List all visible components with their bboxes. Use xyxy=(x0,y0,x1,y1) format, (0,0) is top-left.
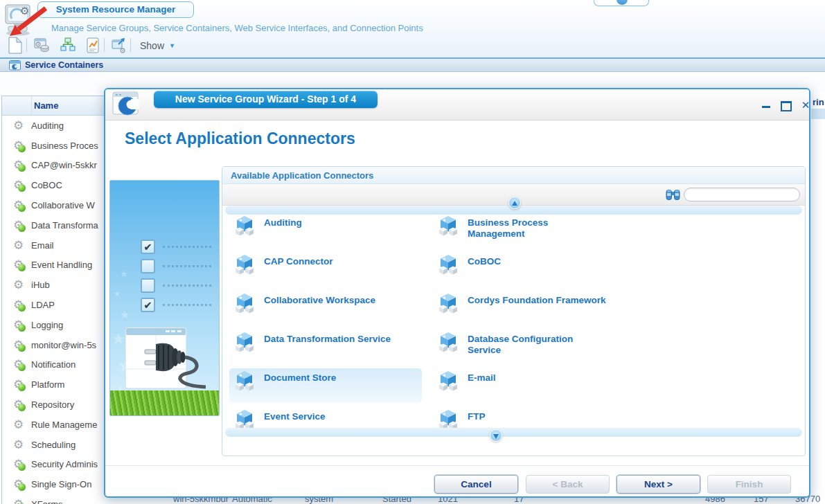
connector-label: Database Configuration Service xyxy=(468,334,573,356)
connector-label: CoBOC xyxy=(468,256,501,267)
sidebar-row[interactable]: ⚙Scheduling xyxy=(2,435,104,455)
service-name-label: Data Transforma xyxy=(31,220,98,231)
sidebar-row[interactable]: ⚙Business Proces xyxy=(2,136,104,156)
connector-item[interactable]: Business Process Management xyxy=(430,211,749,250)
hierarchy-view-button[interactable] xyxy=(58,35,78,55)
service-name-label: CoBOC xyxy=(31,180,62,190)
running-indicator xyxy=(18,344,26,352)
connector-item[interactable]: Document Store xyxy=(229,366,422,405)
connector-label: Event Service xyxy=(264,411,326,422)
service-name-label: CAP@win-5skkr xyxy=(31,160,97,170)
connector-item[interactable]: Auditing xyxy=(229,211,422,250)
service-containers-table: Name ⚙Auditing⚙Business Proces⚙CAP@win-5… xyxy=(1,96,104,504)
minimize-button[interactable] xyxy=(758,98,774,112)
service-containers-bar: Service Containers xyxy=(0,58,825,72)
close-icon: ✕ xyxy=(801,99,810,111)
sidebar-row[interactable]: ⚙CAP@win-5skkr xyxy=(2,156,104,176)
sidebar-row[interactable]: ⚙Rule Manageme xyxy=(2,415,104,435)
wizard-window-icon xyxy=(112,91,141,118)
wizard-illustration: ★ ★ ★ ★ ★ ★ ✔ ✔ xyxy=(109,180,220,416)
sidebar-row[interactable]: ⚙Email xyxy=(2,235,104,255)
sidebar-row[interactable]: ⚙iHub xyxy=(2,275,104,295)
scroll-strip-bottom xyxy=(225,428,802,437)
sidebar-row[interactable]: ⚙Repository xyxy=(2,395,104,415)
connector-item[interactable]: CAP Connector xyxy=(229,250,422,289)
connector-cube-icon xyxy=(437,215,459,237)
running-indicator xyxy=(18,483,26,491)
panel-title: Available Application Connectors xyxy=(222,167,805,184)
service-name-label: Security Adminis xyxy=(31,459,98,469)
export-window-icon: ⚙ xyxy=(111,37,127,54)
header-collapse-tab[interactable] xyxy=(594,0,649,6)
running-indicator xyxy=(18,145,26,152)
sidebar-row[interactable]: ⚙Single Sign-On xyxy=(2,474,104,494)
checkbox-checked: ✔ xyxy=(141,240,155,254)
connector-item[interactable]: Collaborative Workspace xyxy=(229,289,422,327)
export-configuration-button[interactable]: ⚙ xyxy=(109,35,129,55)
back-button: < Back xyxy=(526,475,610,494)
checkbox-checked: ✔ xyxy=(141,298,155,312)
connector-cube-icon xyxy=(233,370,256,393)
collapse-knob-icon xyxy=(616,0,628,5)
connector-item[interactable]: Database Configuration Service xyxy=(430,327,749,366)
next-button[interactable]: Next > xyxy=(616,475,700,494)
scroll-down-arrow[interactable] xyxy=(490,429,502,442)
name-column-header[interactable]: Name xyxy=(2,96,104,116)
connector-label: Data Transformation Service xyxy=(264,334,391,345)
connector-search-input[interactable] xyxy=(684,188,800,201)
service-name-label: Single Sign-On xyxy=(31,479,91,489)
service-running-icon: ⚙ xyxy=(13,339,31,351)
running-indicator xyxy=(18,224,26,232)
connector-cube-icon xyxy=(437,293,459,315)
running-indicator xyxy=(18,304,26,312)
close-button[interactable]: ✕ xyxy=(797,98,814,112)
app-subtitle: Manage Service Groups, Service Container… xyxy=(51,23,423,33)
svg-text:⚙: ⚙ xyxy=(35,40,42,48)
connector-item[interactable]: CoBOC xyxy=(430,250,749,289)
service-running-icon: ⚙ xyxy=(13,199,31,211)
available-connectors-panel: Available Application Connectors xyxy=(222,166,806,456)
sidebar-row[interactable]: ⚙Collaborative W xyxy=(2,195,104,215)
sidebar-row[interactable]: ⚙LDAP xyxy=(2,295,104,315)
sidebar-row[interactable]: ⚙monitor@win-5s xyxy=(2,335,104,355)
dotted-line xyxy=(163,265,211,267)
connector-item[interactable]: E-mail xyxy=(430,366,749,405)
binoculars-search-icon[interactable] xyxy=(666,188,680,201)
connector-cube-icon xyxy=(233,254,256,276)
dialog-header: New Service Group Wizard - Step 1 of 4 ✕ xyxy=(105,89,809,120)
service-running-icon: ⚙ xyxy=(13,179,31,191)
sidebar-row[interactable]: ⚙Event Handling xyxy=(2,255,104,276)
sidebar-row[interactable]: ⚙Logging xyxy=(2,315,104,335)
maximize-button[interactable] xyxy=(778,98,795,112)
connector-label: FTP xyxy=(468,411,486,422)
connector-label: E-mail xyxy=(468,372,496,384)
scroll-up-arrow[interactable] xyxy=(508,197,521,209)
app-header: ⚙ System Resource Manager Manage Service… xyxy=(0,0,825,58)
show-label: Show xyxy=(140,40,164,51)
connector-item[interactable]: Cordys Foundation Framework xyxy=(430,289,749,327)
report-chart-icon xyxy=(85,37,100,54)
org-chart-icon xyxy=(60,37,76,53)
new-service-group-wizard-dialog: New Service Group Wizard - Step 1 of 4 ✕… xyxy=(104,88,810,498)
cancel-button[interactable]: Cancel xyxy=(434,475,518,494)
connector-item[interactable]: Data Transformation Service xyxy=(229,327,422,366)
reports-button[interactable] xyxy=(83,35,103,55)
show-dropdown[interactable]: Show ▼ xyxy=(140,38,175,53)
sidebar-row[interactable]: ⚙CoBOC xyxy=(2,175,104,195)
connector-label: CAP Connector xyxy=(264,256,333,267)
sidebar-row[interactable]: ⚙Data Transforma xyxy=(2,215,104,235)
service-name-label: Collaborative W xyxy=(31,200,95,210)
sidebar-row[interactable]: ⚙Notification xyxy=(2,355,104,375)
service-name-label: Repository xyxy=(31,399,74,410)
running-indicator xyxy=(18,384,26,391)
connector-item[interactable]: Event Service xyxy=(229,405,422,444)
connector-item[interactable]: FTP xyxy=(430,405,749,444)
sidebar-row[interactable]: ⚙Auditing xyxy=(2,116,104,136)
sidebar-row[interactable]: ⚙Security Adminis xyxy=(2,455,104,475)
sidebar-row[interactable]: ⚙Platform xyxy=(2,375,104,395)
name-column-label: Name xyxy=(34,100,58,111)
service-name-label: iHub xyxy=(31,280,50,290)
connector-cube-icon xyxy=(233,332,256,354)
finish-button: Finish xyxy=(707,475,791,494)
connector-label: Cordys Foundation Framework xyxy=(468,295,606,306)
